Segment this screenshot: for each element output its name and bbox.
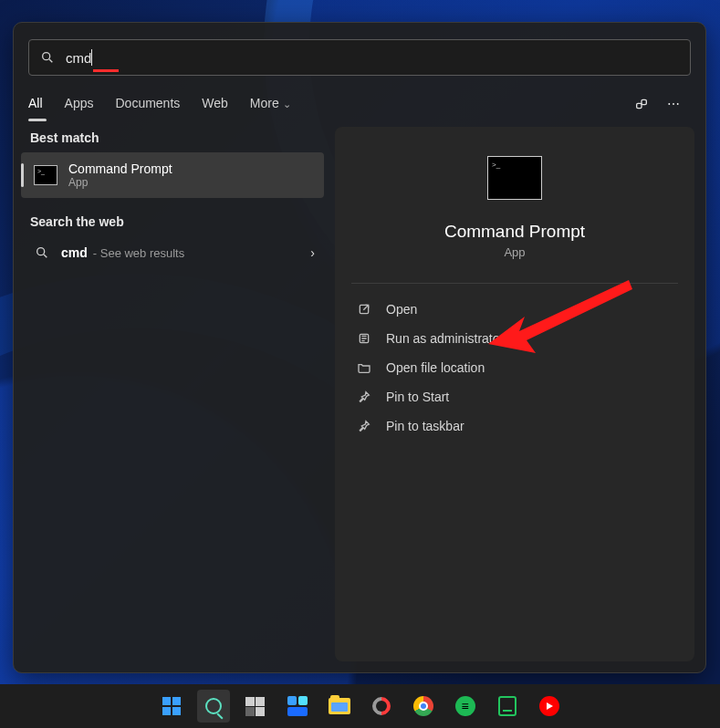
svg-rect-3 bbox=[642, 99, 646, 104]
preview-title: Command Prompt bbox=[351, 222, 678, 242]
tab-documents[interactable]: Documents bbox=[115, 90, 191, 118]
chrome-icon bbox=[413, 696, 433, 716]
web-result-term: cmd bbox=[61, 245, 88, 260]
command-prompt-icon: >_ bbox=[487, 156, 542, 200]
chevron-right-icon: › bbox=[310, 245, 315, 260]
work-school-toggle-button[interactable] bbox=[625, 90, 658, 118]
ring-icon bbox=[368, 693, 393, 719]
tab-apps[interactable]: Apps bbox=[65, 90, 105, 118]
widgets-button[interactable] bbox=[281, 690, 314, 723]
start-search-panel: cmd All Apps Documents Web More⌄ ⋯ Best … bbox=[13, 22, 706, 673]
search-filter-tabs: All Apps Documents Web More⌄ ⋯ bbox=[14, 87, 705, 127]
open-icon bbox=[355, 302, 373, 317]
taskbar-app-ring[interactable] bbox=[365, 690, 398, 723]
windows-logo-icon bbox=[162, 697, 181, 715]
youtube-music-icon bbox=[539, 696, 559, 716]
svg-line-5 bbox=[44, 255, 47, 257]
action-open-file-location[interactable]: Open file location bbox=[351, 353, 678, 382]
spotify-icon: ≡ bbox=[455, 696, 475, 716]
action-label: Open file location bbox=[386, 360, 485, 375]
phone-link-button[interactable] bbox=[491, 690, 524, 723]
search-box[interactable]: cmd bbox=[28, 39, 691, 76]
result-title: Command Prompt bbox=[68, 161, 172, 176]
preview-subtitle: App bbox=[351, 245, 678, 259]
tab-more-label: More bbox=[250, 96, 279, 110]
action-pin-to-taskbar[interactable]: Pin to taskbar bbox=[351, 411, 678, 441]
task-view-button[interactable] bbox=[239, 690, 272, 723]
chrome-button[interactable] bbox=[407, 690, 440, 723]
tab-all[interactable]: All bbox=[28, 90, 54, 118]
divider bbox=[351, 283, 678, 284]
best-match-heading: Best match bbox=[17, 127, 328, 152]
task-view-icon bbox=[245, 697, 265, 716]
pin-icon bbox=[355, 419, 373, 433]
taskbar: ≡ bbox=[0, 684, 720, 728]
best-match-result[interactable]: >_ Command Prompt App bbox=[21, 152, 324, 198]
spotify-button[interactable]: ≡ bbox=[449, 690, 482, 723]
search-icon bbox=[205, 698, 222, 714]
web-search-result[interactable]: cmd - See web results › bbox=[17, 236, 328, 269]
action-label: Pin to taskbar bbox=[386, 419, 464, 433]
pin-icon bbox=[355, 390, 373, 404]
action-pin-to-start[interactable]: Pin to Start bbox=[351, 382, 678, 411]
svg-rect-2 bbox=[637, 103, 642, 108]
action-list: Open Run as administrator Open file loca… bbox=[351, 295, 678, 441]
action-label: Open bbox=[386, 302, 417, 317]
search-icon bbox=[30, 245, 54, 260]
folder-icon bbox=[355, 360, 373, 375]
action-label: Pin to Start bbox=[386, 390, 449, 404]
tab-more[interactable]: More⌄ bbox=[250, 90, 302, 118]
file-explorer-button[interactable] bbox=[323, 690, 356, 723]
svg-point-4 bbox=[37, 248, 45, 255]
action-run-as-administrator[interactable]: Run as administrator bbox=[351, 324, 678, 353]
tab-web[interactable]: Web bbox=[202, 90, 239, 118]
web-result-desc: - See web results bbox=[93, 246, 184, 260]
start-button[interactable] bbox=[155, 690, 188, 723]
widgets-icon bbox=[287, 696, 308, 716]
folder-icon bbox=[329, 698, 350, 714]
action-label: Run as administrator bbox=[386, 331, 504, 346]
results-column: Best match >_ Command Prompt App Search … bbox=[14, 127, 331, 672]
youtube-music-button[interactable] bbox=[533, 690, 566, 723]
phone-icon bbox=[498, 696, 517, 716]
chevron-down-icon: ⌄ bbox=[283, 99, 291, 109]
result-subtitle: App bbox=[68, 176, 172, 189]
shield-icon bbox=[355, 331, 373, 346]
taskbar-search-button[interactable] bbox=[197, 690, 230, 723]
search-web-heading: Search the web bbox=[17, 211, 328, 236]
command-prompt-icon: >_ bbox=[34, 165, 57, 185]
preview-pane: >_ Command Prompt App Open Run as admini… bbox=[335, 127, 694, 661]
more-options-button[interactable]: ⋯ bbox=[658, 90, 691, 118]
spellcheck-underline bbox=[93, 69, 119, 72]
action-open[interactable]: Open bbox=[351, 295, 678, 324]
